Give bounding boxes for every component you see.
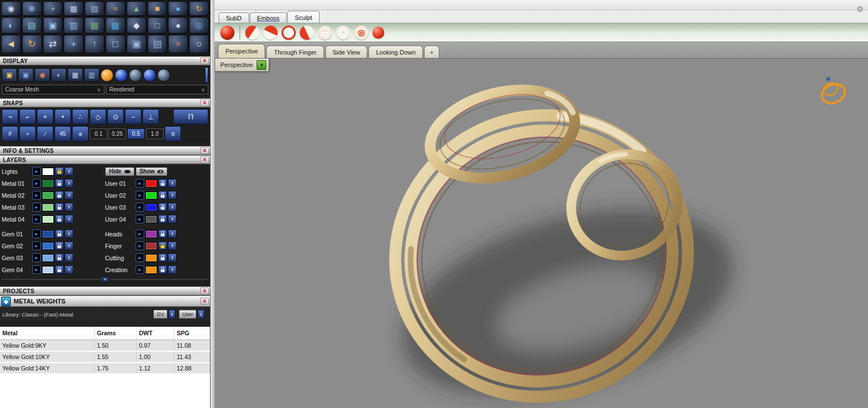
user-indicator-button[interactable]: I [198,310,204,319]
lock-icon[interactable] [158,191,167,199]
viewport-3d[interactable]: Perspective ▼ [215,58,868,408]
isolate-button[interactable]: I [65,167,73,176]
snap-value-button[interactable]: 0.5 [127,128,145,139]
column-header[interactable]: Grams [94,327,136,340]
lock-icon[interactable] [55,253,64,262]
toolbar-icon[interactable]: ▩ [106,17,125,34]
layer-color-swatch[interactable] [42,230,54,238]
render-sphere-icon[interactable] [129,69,142,82]
isolate-button[interactable]: I [65,191,73,199]
mesh-mode-dropdown[interactable]: Coarse Mesh [2,85,104,94]
layer-expand-button[interactable]: ▶ [32,179,41,188]
layer-color-swatch[interactable] [42,242,54,250]
toolbar-icon[interactable]: □ [148,17,167,34]
render-sphere-icon[interactable] [157,69,170,82]
sculpt-tool-icon[interactable] [372,27,384,39]
toolbar-icon[interactable]: × [168,35,188,53]
close-icon[interactable]: ✕ [200,288,209,294]
lock-icon[interactable] [158,203,167,211]
snap-value-button[interactable]: 0.1 [90,128,107,139]
layer-expand-button[interactable]: ▶ [32,167,41,176]
snap-icon[interactable]: ⊥ [142,109,159,124]
layer-expand-button[interactable]: ▶ [136,203,144,211]
isolate-button[interactable]: I [168,215,177,223]
layer-color-swatch[interactable] [42,203,54,211]
sculpt-tool-icon[interactable]: ◎ [354,26,368,40]
tab-sculpt[interactable]: Sculpt [287,11,320,23]
isolate-button[interactable]: I [168,265,177,274]
column-header[interactable]: Metal [0,327,94,340]
lock-icon[interactable] [55,203,64,211]
lock-icon[interactable] [55,242,64,250]
toolbar-icon[interactable]: ↻ [189,1,209,16]
layer-expand-button[interactable]: ▶ [136,179,144,188]
lock-icon[interactable] [158,265,167,274]
snap-icon[interactable]: • [54,109,71,124]
display-mode-icon[interactable]: ▦ [68,68,83,82]
isolate-button[interactable]: I [65,242,73,250]
snap-value-button[interactable]: 0.25 [108,128,126,139]
render-sphere-icon[interactable] [115,69,128,82]
layer-expand-button[interactable]: ▶ [32,203,41,211]
display-mode-icon[interactable]: ▣ [18,68,33,82]
layer-expand-button[interactable]: ▶ [32,215,41,223]
isolate-button[interactable]: I [65,230,73,238]
snap-icon[interactable]: ◇ [90,109,106,124]
layer-color-swatch[interactable] [42,266,54,274]
lock-icon[interactable] [158,253,167,262]
lock-icon[interactable] [55,265,64,274]
toolbar-icon[interactable]: + [64,35,83,53]
toolbar-icon[interactable]: ▤ [148,35,167,53]
lock-icon[interactable] [158,215,167,223]
layer-expand-button[interactable]: ▶ [136,265,144,274]
lock-icon[interactable] [55,230,64,238]
panel-splitter[interactable] [210,0,215,408]
toolbar-icon[interactable]: ● [168,17,188,34]
lock-icon[interactable] [158,179,167,188]
viewport-dropdown-button[interactable]: ▼ [257,60,266,70]
layer-expand-button[interactable]: ▶ [32,191,41,199]
column-header[interactable]: SPG [174,327,210,340]
toolbar-icon[interactable]: ◄ [1,35,21,53]
toolbar-icon[interactable]: ▦ [85,17,104,34]
toolbar-icon[interactable]: ◎ [189,17,209,34]
snap-value-button[interactable]: 1.0 [146,128,163,139]
display-mode-icon[interactable]: ◐ [51,68,66,82]
snap-icon[interactable]: # [2,126,18,141]
isolate-button[interactable]: I [168,191,177,199]
sculpt-tool-icon[interactable]: ∵ [318,26,332,40]
toolbar-icon[interactable]: ≈ [106,1,125,16]
toolbar-icon[interactable]: ▲ [127,1,146,16]
toolbar-icon[interactable]: ⊕ [22,1,42,16]
lock-icon[interactable] [55,191,64,199]
layer-color-swatch[interactable] [145,230,157,238]
lock-icon[interactable] [158,242,167,250]
toolbar-icon[interactable]: ■ [148,1,167,16]
toolbar-icon[interactable]: ◆ [127,17,146,34]
expand-arrow-icon[interactable]: ▼ [100,276,110,282]
tab-subd[interactable]: SubD [219,13,249,23]
snaps-panel-header[interactable]: SNAPS ✕ [0,98,210,107]
layer-expand-button[interactable]: ▶ [32,265,41,274]
snap-icon[interactable]: ▪ [19,126,36,141]
isolate-button[interactable]: I [65,179,73,188]
close-icon[interactable]: ✕ [200,99,209,106]
sculpt-tool-icon[interactable]: ≈ [336,26,350,40]
display-panel-header[interactable]: DISPLAY ✕ [0,56,210,65]
viewport-tab-through-finger[interactable]: Through Finger [266,45,324,58]
close-icon[interactable]: ✕ [200,156,209,163]
toolbar-icon[interactable]: ▨ [85,1,104,16]
toolbar-icon[interactable]: + [43,1,63,16]
hide-button[interactable]: Hide [105,167,135,176]
layer-color-swatch[interactable] [145,203,157,211]
layer-color-swatch[interactable] [42,191,54,199]
render-sphere-icon[interactable] [100,69,114,82]
snap-icon[interactable]: ◈ [72,126,89,141]
lock-icon[interactable] [158,230,167,238]
metal-weights-header[interactable]: ◆ METAL WEIGHTS ✕ [0,295,210,307]
layer-expand-button[interactable]: ▶ [136,230,144,238]
isolate-button[interactable]: I [65,215,73,223]
viewport-tab-perspective[interactable]: Perspective [218,44,265,58]
table-row[interactable]: Yellow Gold:14KY1.751.1212.88 [0,363,210,374]
isolate-button[interactable]: I [168,179,177,188]
